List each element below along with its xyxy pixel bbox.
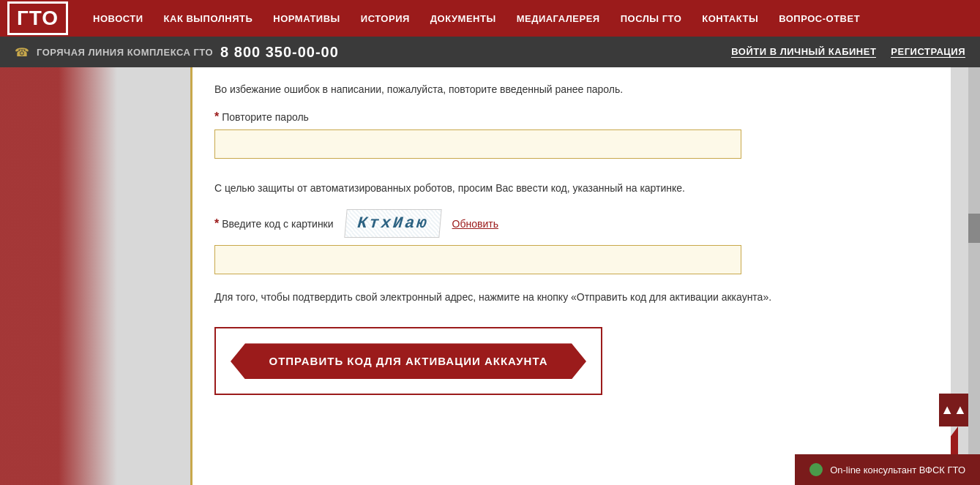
nav-menu: НОВОСТИ КАК ВЫПОЛНЯТЬ НОРМАТИВЫ ИСТОРИЯ … bbox=[83, 12, 870, 25]
scroll-top-button[interactable]: ▲▲ bbox=[939, 394, 968, 426]
content-container: Во избежание ошибок в написании, пожалуй… bbox=[190, 67, 951, 485]
hotline-text: ГОРЯЧАЯ ЛИНИЯ КОМПЛЕКСА ГТО bbox=[37, 47, 213, 58]
captcha-input[interactable] bbox=[214, 245, 741, 274]
activate-account-button[interactable]: ОТПРАВИТЬ КОД ДЛЯ АКТИВАЦИИ АККАУНТА bbox=[231, 343, 586, 379]
register-link[interactable]: РЕГИСТРАЦИЯ bbox=[891, 46, 965, 58]
hotline-right: ВОЙТИ В ЛИЧНЫЙ КАБИНЕТ РЕГИСТРАЦИЯ bbox=[731, 46, 965, 58]
nav-dokumenty[interactable]: ДОКУМЕНТЫ bbox=[420, 13, 506, 24]
scrollbar[interactable] bbox=[968, 67, 980, 485]
nav-novosti[interactable]: НОВОСТИ bbox=[83, 13, 154, 24]
sidebar-decoration bbox=[0, 67, 190, 485]
repeat-password-info: Во избежание ошибок в написании, пожалуй… bbox=[214, 82, 929, 97]
captcha-section: * Введите код с картинки КтхИаю Обновить bbox=[214, 209, 929, 274]
captcha-label-row: * Введите код с картинки bbox=[214, 217, 334, 230]
nav-normativy[interactable]: НОРМАТИВЫ bbox=[263, 13, 350, 24]
captcha-refresh-link[interactable]: Обновить bbox=[452, 218, 498, 230]
repeat-password-label: Повторите пароль bbox=[222, 111, 309, 123]
login-link[interactable]: ВОЙТИ В ЛИЧНЫЙ КАБИНЕТ bbox=[731, 46, 876, 58]
nav-kontakty[interactable]: КОНТАКТЫ bbox=[692, 13, 768, 24]
captcha-info: С целью защиты от автоматизированных роб… bbox=[214, 181, 929, 196]
nav-istoriya[interactable]: ИСТОРИЯ bbox=[351, 13, 420, 24]
top-nav: ГТО НОВОСТИ КАК ВЫПОЛНЯТЬ НОРМАТИВЫ ИСТО… bbox=[0, 0, 980, 37]
repeat-password-label-row: * Повторите пароль bbox=[214, 110, 929, 124]
scroll-top-arrows: ▲▲ bbox=[940, 402, 967, 418]
scroll-thumb[interactable] bbox=[968, 214, 980, 243]
logo[interactable]: ГТО bbox=[7, 1, 68, 35]
button-area: ОТПРАВИТЬ КОД ДЛЯ АКТИВАЦИИ АККАУНТА bbox=[214, 327, 602, 395]
activation-info: Для того, чтобы подтвердить свой электро… bbox=[214, 289, 929, 305]
hotline-bar: ☎ ГОРЯЧАЯ ЛИНИЯ КОМПЛЕКСА ГТО 8 800 350-… bbox=[0, 37, 980, 67]
repeat-password-input[interactable] bbox=[214, 129, 741, 159]
nav-mediagalerey[interactable]: МЕДИАГАЛЕРЕЯ bbox=[506, 13, 610, 24]
required-star-captcha: * bbox=[214, 217, 219, 230]
online-consultant-bar[interactable]: On-line консультант ВФСК ГТО bbox=[795, 454, 980, 485]
consultant-online-indicator bbox=[809, 463, 823, 476]
page-wrapper: Во избежание ошибок в написании, пожалуй… bbox=[0, 67, 980, 485]
nav-posly-gto[interactable]: ПОСЛЫ ГТО bbox=[610, 13, 692, 24]
nav-kak-vypolnyat[interactable]: КАК ВЫПОЛНЯТЬ bbox=[154, 13, 263, 24]
hotline-left: ☎ ГОРЯЧАЯ ЛИНИЯ КОМПЛЕКСА ГТО 8 800 350-… bbox=[15, 44, 339, 61]
nav-vopros-otvet[interactable]: ВОПРОС-ОТВЕТ bbox=[768, 13, 870, 24]
captcha-noise bbox=[345, 210, 441, 237]
captcha-label: Введите код с картинки bbox=[222, 218, 333, 230]
required-star-password: * bbox=[214, 110, 219, 124]
sidebar-red-bg bbox=[0, 67, 117, 485]
captcha-image: КтхИаю bbox=[344, 209, 441, 238]
hotline-number: 8 800 350-00-00 bbox=[220, 44, 339, 61]
captcha-row: * Введите код с картинки КтхИаю Обновить bbox=[214, 209, 929, 238]
phone-icon: ☎ bbox=[15, 45, 29, 59]
consultant-label: On-line консультант ВФСК ГТО bbox=[830, 465, 965, 475]
